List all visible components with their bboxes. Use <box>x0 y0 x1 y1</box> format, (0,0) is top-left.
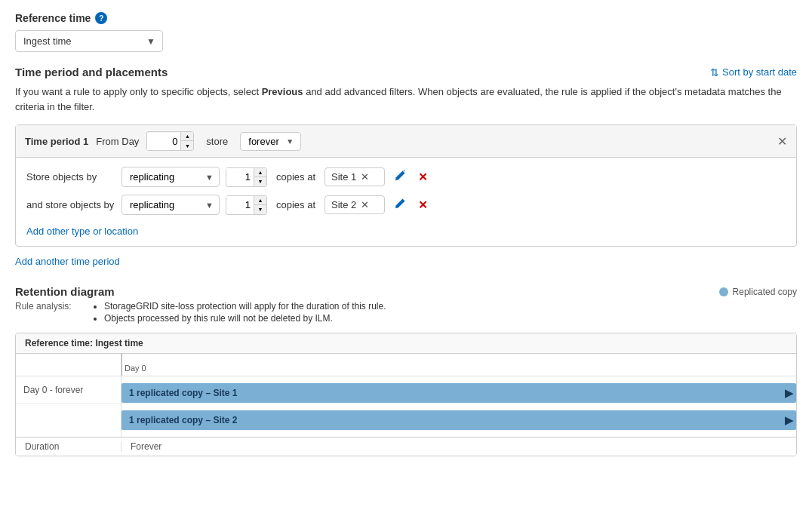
from-day-up-btn[interactable]: ▲ <box>181 132 193 141</box>
description-text: If you want a rule to apply only to spec… <box>15 84 797 114</box>
replicating-select-1[interactable]: replicating erasure coding <box>121 167 220 187</box>
rule-analysis-label: Rule analysis: <box>15 301 83 325</box>
rule-bullet-2: Objects processed by this rule will not … <box>104 313 386 324</box>
from-day-input-wrap: ▲ ▼ <box>146 131 194 151</box>
time-placements-section: Time period and placements ⇅ Sort by sta… <box>15 66 797 282</box>
store-row-2: and store objects by replicating erasure… <box>26 195 786 215</box>
site-2-remove-btn[interactable]: ✕ <box>415 197 431 213</box>
site-2-close-btn[interactable]: ✕ <box>359 199 371 210</box>
site-2-tag: Site 2 ✕ <box>324 195 385 214</box>
add-time-period-link[interactable]: Add another time period <box>15 256 120 267</box>
add-other-type-link[interactable]: Add other type or location <box>26 226 138 237</box>
legend-dot <box>719 287 728 296</box>
reference-time-label: Reference time ? <box>15 12 797 24</box>
store-row-1: Store objects by replicating erasure cod… <box>26 167 786 187</box>
diagram-box: Reference time: Ingest time Day 0 - fore… <box>15 333 797 456</box>
copies-1-up-btn[interactable]: ▲ <box>254 168 266 177</box>
retention-title: Retention diagram <box>15 285 115 298</box>
copies-2-input-wrap: ▲ ▼ <box>226 195 267 215</box>
replicating-select-1-wrap: replicating erasure coding ▼ <box>121 167 220 187</box>
sort-icon: ⇅ <box>710 66 719 78</box>
rep-bar-2: 1 replicated copy – Site 2 ▶ <box>121 410 796 430</box>
from-day-label: From Day <box>96 136 139 147</box>
legend: Replicated copy <box>719 287 797 297</box>
diagram-right: Day 0 1 replicated copy – Site 1 ▶ 1 rep… <box>121 354 796 437</box>
legend-label: Replicated copy <box>733 287 797 297</box>
site-1-remove-btn[interactable]: ✕ <box>415 169 431 186</box>
rule-analysis-row: Rule analysis: StorageGRID site-loss pro… <box>15 301 797 325</box>
copies-1-down-btn[interactable]: ▼ <box>254 177 266 186</box>
time-period-title: Time period 1 <box>25 136 88 147</box>
diagram-right-header: Day 0 <box>121 354 796 376</box>
time-period-1-card: Time period 1 From Day ▲ ▼ store forever… <box>15 124 797 247</box>
sort-label: Sort by start date <box>722 66 797 78</box>
site-2-label: Site 2 <box>331 199 356 210</box>
duration-row: Duration Forever <box>16 437 796 456</box>
time-period-body: Store objects by replicating erasure cod… <box>16 158 796 246</box>
duration-value: Forever <box>121 441 796 452</box>
diagram-main: Day 0 - forever Day 0 1 replicated copy … <box>16 354 796 437</box>
bar-1-label: 1 replicated copy – Site 1 <box>129 388 237 398</box>
store-objects-by-label: Store objects by <box>26 171 115 183</box>
remove-x-icon-2: ✕ <box>418 198 428 211</box>
copies-1-input-wrap: ▲ ▼ <box>226 167 267 187</box>
store-duration-select-wrap: forever days years ▼ <box>240 132 301 151</box>
diagram-bars-area: 1 replicated copy – Site 1 ▶ 1 replicate… <box>121 376 796 437</box>
diagram-header-row-left <box>16 354 121 376</box>
reference-time-text: Reference time <box>15 12 91 24</box>
reference-time-section: Reference time ? Ingest time Last access… <box>15 12 797 52</box>
rule-bullets: StorageGRID site-loss protection will ap… <box>91 301 386 325</box>
site-2-edit-btn[interactable] <box>391 196 409 214</box>
copies-2-input[interactable] <box>226 196 254 213</box>
remove-x-icon-1: ✕ <box>418 170 428 183</box>
bar-2-arrow: ▶ <box>785 414 793 426</box>
replicating-select-2-wrap: replicating erasure coding ▼ <box>121 195 220 215</box>
section-title: Time period and placements <box>15 66 168 78</box>
and-store-objects-by-label: and store objects by <box>26 199 115 210</box>
from-day-input[interactable] <box>147 133 180 150</box>
reference-time-select-wrapper: Ingest time Last access time Noncurrent … <box>15 30 163 52</box>
copies-2-up-btn[interactable]: ▲ <box>254 196 266 205</box>
copies-at-label-1: copies at <box>276 171 315 183</box>
diagram-row-label: Day 0 - forever <box>16 376 121 404</box>
site-1-edit-btn[interactable] <box>391 168 409 186</box>
time-period-header: Time period 1 From Day ▲ ▼ store forever… <box>16 125 796 158</box>
reference-time-select[interactable]: Ingest time Last access time Noncurrent … <box>15 30 163 52</box>
diagram-bar-row-2: 1 replicated copy – Site 2 ▶ <box>121 407 796 434</box>
diagram-rows-left: Day 0 - forever <box>16 376 121 404</box>
help-icon[interactable]: ? <box>95 12 107 24</box>
duration-label: Duration <box>16 441 121 452</box>
copies-1-input[interactable] <box>226 168 254 186</box>
bar-1-arrow: ▶ <box>785 387 793 399</box>
store-duration-select[interactable]: forever days years <box>240 132 301 151</box>
sort-by-start-date-link[interactable]: ⇅ Sort by start date <box>710 66 797 78</box>
site-1-tag: Site 1 ✕ <box>324 167 385 186</box>
from-day-down-btn[interactable]: ▼ <box>181 141 193 150</box>
diagram-ref-value: Ingest time <box>95 338 143 348</box>
rep-bar-1: 1 replicated copy – Site 1 ▶ <box>121 383 796 403</box>
retention-diagram-section: Retention diagram Replicated copy Rule a… <box>15 285 797 456</box>
copies-at-label-2: copies at <box>276 199 315 210</box>
bar-2-label: 1 replicated copy – Site 2 <box>129 415 237 425</box>
diagram-left: Day 0 - forever <box>16 354 121 437</box>
rule-analysis: Rule analysis: StorageGRID site-loss pro… <box>15 301 797 325</box>
day0-line <box>121 354 122 376</box>
retention-header: Retention diagram Replicated copy <box>15 285 797 298</box>
site-1-label: Site 1 <box>331 171 356 183</box>
diagram-ref-row: Reference time: Ingest time <box>16 333 796 354</box>
close-period-btn[interactable]: ✕ <box>777 134 787 149</box>
day0-label: Day 0 <box>125 364 146 373</box>
diagram-ref-label: Reference time: <box>25 338 93 348</box>
replicating-select-2[interactable]: replicating erasure coding <box>121 195 220 215</box>
store-label: store <box>206 136 228 147</box>
copies-2-down-btn[interactable]: ▼ <box>254 205 266 214</box>
section-header: Time period and placements ⇅ Sort by sta… <box>15 66 797 78</box>
site-1-close-btn[interactable]: ✕ <box>359 171 371 183</box>
diagram-bar-row-1: 1 replicated copy – Site 1 ▶ <box>121 379 796 407</box>
rule-bullet-1: StorageGRID site-loss protection will ap… <box>104 301 386 312</box>
